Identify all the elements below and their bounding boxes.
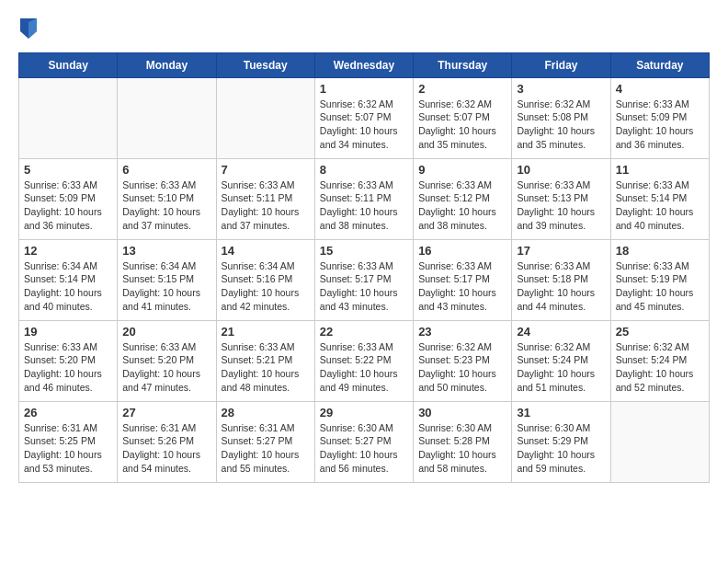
calendar-cell: 13Sunrise: 6:34 AMSunset: 5:15 PMDayligh… [118, 239, 216, 320]
week-row-2: 12Sunrise: 6:34 AMSunset: 5:14 PMDayligh… [19, 239, 710, 320]
day-info: Sunrise: 6:33 AMSunset: 5:22 PMDaylight:… [320, 340, 408, 395]
header [18, 18, 710, 43]
calendar-cell: 23Sunrise: 6:32 AMSunset: 5:23 PMDayligh… [414, 320, 512, 401]
day-number: 13 [122, 244, 210, 258]
calendar-cell: 16Sunrise: 6:33 AMSunset: 5:17 PMDayligh… [414, 239, 512, 320]
calendar-cell: 3Sunrise: 6:32 AMSunset: 5:08 PMDaylight… [512, 77, 610, 158]
day-number: 23 [418, 325, 506, 339]
day-number: 1 [320, 82, 408, 96]
day-number: 18 [616, 244, 704, 258]
weekday-header-monday: Monday [118, 52, 216, 77]
calendar-cell: 9Sunrise: 6:33 AMSunset: 5:12 PMDaylight… [414, 158, 512, 239]
day-info: Sunrise: 6:33 AMSunset: 5:18 PMDaylight:… [517, 259, 605, 314]
day-number: 30 [418, 406, 506, 419]
day-number: 7 [222, 163, 310, 177]
day-number: 28 [222, 406, 310, 419]
day-number: 22 [320, 325, 408, 339]
day-number: 14 [222, 244, 310, 258]
calendar-cell: 12Sunrise: 6:34 AMSunset: 5:14 PMDayligh… [19, 239, 118, 320]
day-number: 17 [517, 244, 605, 258]
logo-icon [20, 18, 37, 39]
day-info: Sunrise: 6:34 AMSunset: 5:14 PMDaylight:… [24, 259, 112, 314]
calendar-cell: 21Sunrise: 6:33 AMSunset: 5:21 PMDayligh… [216, 320, 314, 401]
calendar-cell: 11Sunrise: 6:33 AMSunset: 5:14 PMDayligh… [610, 158, 709, 239]
day-info: Sunrise: 6:33 AMSunset: 5:13 PMDaylight:… [517, 178, 605, 233]
day-number: 20 [122, 325, 210, 339]
day-info: Sunrise: 6:30 AMSunset: 5:28 PMDaylight:… [418, 421, 506, 476]
day-info: Sunrise: 6:33 AMSunset: 5:10 PMDaylight:… [122, 178, 210, 233]
calendar-cell: 28Sunrise: 6:31 AMSunset: 5:27 PMDayligh… [216, 401, 314, 482]
day-info: Sunrise: 6:32 AMSunset: 5:23 PMDaylight:… [418, 340, 506, 395]
weekday-header-saturday: Saturday [610, 52, 709, 77]
day-number: 16 [418, 244, 506, 258]
week-row-1: 5Sunrise: 6:33 AMSunset: 5:09 PMDaylight… [19, 158, 710, 239]
weekday-header-wednesday: Wednesday [314, 52, 413, 77]
calendar-cell: 14Sunrise: 6:34 AMSunset: 5:16 PMDayligh… [216, 239, 314, 320]
day-info: Sunrise: 6:33 AMSunset: 5:09 PMDaylight:… [24, 178, 112, 233]
day-info: Sunrise: 6:33 AMSunset: 5:11 PMDaylight:… [222, 178, 310, 233]
calendar-cell: 7Sunrise: 6:33 AMSunset: 5:11 PMDaylight… [216, 158, 314, 239]
day-info: Sunrise: 6:33 AMSunset: 5:19 PMDaylight:… [616, 259, 704, 314]
day-info: Sunrise: 6:30 AMSunset: 5:27 PMDaylight:… [320, 421, 408, 476]
day-number: 15 [320, 244, 408, 258]
calendar-cell: 17Sunrise: 6:33 AMSunset: 5:18 PMDayligh… [512, 239, 610, 320]
calendar-cell [610, 401, 709, 482]
calendar-cell: 19Sunrise: 6:33 AMSunset: 5:20 PMDayligh… [19, 320, 118, 401]
day-info: Sunrise: 6:31 AMSunset: 5:25 PMDaylight:… [24, 421, 112, 476]
week-row-4: 26Sunrise: 6:31 AMSunset: 5:25 PMDayligh… [19, 401, 710, 482]
weekday-header-thursday: Thursday [414, 52, 512, 77]
day-number: 10 [517, 163, 605, 177]
day-number: 8 [320, 163, 408, 177]
calendar-cell [216, 77, 314, 158]
calendar-cell: 22Sunrise: 6:33 AMSunset: 5:22 PMDayligh… [314, 320, 413, 401]
page: SundayMondayTuesdayWednesdayThursdayFrid… [0, 0, 728, 492]
day-info: Sunrise: 6:33 AMSunset: 5:17 PMDaylight:… [320, 259, 408, 314]
day-info: Sunrise: 6:32 AMSunset: 5:24 PMDaylight:… [517, 340, 605, 395]
weekday-header-sunday: Sunday [19, 52, 118, 77]
day-info: Sunrise: 6:33 AMSunset: 5:21 PMDaylight:… [222, 340, 310, 395]
day-number: 5 [24, 163, 112, 177]
day-info: Sunrise: 6:33 AMSunset: 5:14 PMDaylight:… [616, 178, 704, 233]
calendar-cell: 5Sunrise: 6:33 AMSunset: 5:09 PMDaylight… [19, 158, 118, 239]
calendar-cell: 1Sunrise: 6:32 AMSunset: 5:07 PMDaylight… [314, 77, 413, 158]
day-info: Sunrise: 6:32 AMSunset: 5:24 PMDaylight:… [616, 340, 704, 395]
calendar-cell: 8Sunrise: 6:33 AMSunset: 5:11 PMDaylight… [314, 158, 413, 239]
day-number: 19 [24, 325, 112, 339]
calendar-cell: 2Sunrise: 6:32 AMSunset: 5:07 PMDaylight… [414, 77, 512, 158]
calendar-cell: 18Sunrise: 6:33 AMSunset: 5:19 PMDayligh… [610, 239, 709, 320]
weekday-header-friday: Friday [512, 52, 610, 77]
day-number: 27 [122, 406, 210, 419]
day-number: 4 [616, 82, 704, 96]
logo-text [18, 18, 37, 43]
calendar-cell: 10Sunrise: 6:33 AMSunset: 5:13 PMDayligh… [512, 158, 610, 239]
day-info: Sunrise: 6:32 AMSunset: 5:08 PMDaylight:… [517, 98, 605, 152]
day-info: Sunrise: 6:33 AMSunset: 5:20 PMDaylight:… [24, 340, 112, 395]
calendar-cell: 4Sunrise: 6:33 AMSunset: 5:09 PMDaylight… [610, 77, 709, 158]
day-number: 9 [418, 163, 506, 177]
day-info: Sunrise: 6:33 AMSunset: 5:17 PMDaylight:… [418, 259, 506, 314]
calendar-cell: 15Sunrise: 6:33 AMSunset: 5:17 PMDayligh… [314, 239, 413, 320]
day-number: 12 [24, 244, 112, 258]
day-number: 3 [517, 82, 605, 96]
calendar-cell: 20Sunrise: 6:33 AMSunset: 5:20 PMDayligh… [118, 320, 216, 401]
calendar-cell: 30Sunrise: 6:30 AMSunset: 5:28 PMDayligh… [414, 401, 512, 482]
week-row-3: 19Sunrise: 6:33 AMSunset: 5:20 PMDayligh… [19, 320, 710, 401]
day-info: Sunrise: 6:34 AMSunset: 5:16 PMDaylight:… [222, 259, 310, 314]
day-info: Sunrise: 6:32 AMSunset: 5:07 PMDaylight:… [418, 98, 506, 152]
day-info: Sunrise: 6:31 AMSunset: 5:26 PMDaylight:… [122, 421, 210, 476]
day-number: 25 [616, 325, 704, 339]
day-number: 24 [517, 325, 605, 339]
day-info: Sunrise: 6:30 AMSunset: 5:29 PMDaylight:… [517, 421, 605, 476]
calendar-cell [118, 77, 216, 158]
calendar-cell: 27Sunrise: 6:31 AMSunset: 5:26 PMDayligh… [118, 401, 216, 482]
day-number: 2 [418, 82, 506, 96]
day-number: 6 [122, 163, 210, 177]
day-info: Sunrise: 6:33 AMSunset: 5:20 PMDaylight:… [122, 340, 210, 395]
day-number: 31 [517, 406, 605, 419]
day-info: Sunrise: 6:33 AMSunset: 5:11 PMDaylight:… [320, 178, 408, 233]
calendar-cell: 25Sunrise: 6:32 AMSunset: 5:24 PMDayligh… [610, 320, 709, 401]
calendar-cell: 24Sunrise: 6:32 AMSunset: 5:24 PMDayligh… [512, 320, 610, 401]
calendar-cell: 29Sunrise: 6:30 AMSunset: 5:27 PMDayligh… [314, 401, 413, 482]
calendar-cell: 26Sunrise: 6:31 AMSunset: 5:25 PMDayligh… [19, 401, 118, 482]
day-info: Sunrise: 6:33 AMSunset: 5:12 PMDaylight:… [418, 178, 506, 233]
